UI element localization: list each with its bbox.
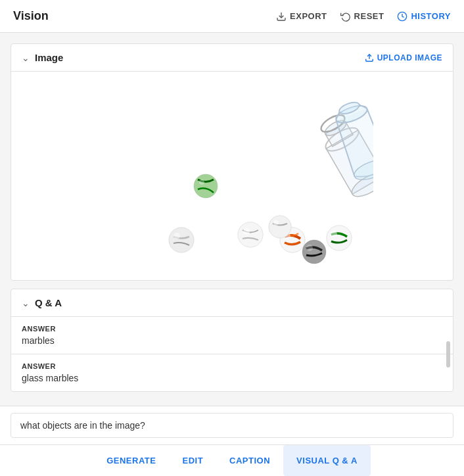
qa-answer-row: ANSWER marbles bbox=[11, 317, 453, 354]
svg-point-28 bbox=[302, 240, 326, 264]
qa-collapse-icon[interactable]: ⌄ bbox=[22, 298, 30, 308]
svg-point-29 bbox=[306, 245, 313, 251]
answer-label-2: ANSWER bbox=[22, 362, 442, 370]
tab-generate[interactable]: GENERATE bbox=[93, 445, 169, 476]
answer-label-1: ANSWER bbox=[22, 325, 442, 333]
svg-point-23 bbox=[243, 228, 250, 235]
history-icon bbox=[397, 11, 407, 22]
answer-text-2: glass marbles bbox=[22, 373, 442, 383]
marbles-image bbox=[91, 82, 373, 270]
svg-point-32 bbox=[331, 231, 337, 237]
image-panel-header-left: ⌄ Image bbox=[22, 52, 63, 63]
export-icon bbox=[276, 11, 287, 22]
export-button[interactable]: EXPORT bbox=[276, 11, 327, 22]
svg-point-17 bbox=[199, 179, 204, 185]
qa-panel-header: ⌄ Q & A bbox=[11, 289, 453, 317]
qa-panel-body: ANSWER marbles ANSWER glass marbles bbox=[11, 317, 453, 391]
top-bar: Vision EXPORT RESET HISTORY bbox=[0, 0, 464, 33]
image-panel: ⌄ Image UPLOAD IMAGE bbox=[11, 43, 453, 281]
svg-point-34 bbox=[269, 216, 291, 238]
qa-panel-title: Q & A bbox=[35, 297, 62, 308]
top-actions: EXPORT RESET HISTORY bbox=[276, 11, 451, 22]
svg-point-35 bbox=[273, 220, 279, 226]
reset-button[interactable]: RESET bbox=[340, 11, 384, 22]
bottom-tabs: GENERATE EDIT CAPTION VISUAL Q & A bbox=[0, 444, 464, 476]
tab-edit[interactable]: EDIT bbox=[169, 445, 216, 476]
image-collapse-icon[interactable]: ⌄ bbox=[22, 53, 30, 63]
tab-caption[interactable]: CAPTION bbox=[216, 445, 283, 476]
reset-label: RESET bbox=[354, 11, 384, 21]
bottom-input-area bbox=[0, 406, 464, 444]
app-title: Vision bbox=[13, 9, 49, 23]
svg-point-16 bbox=[194, 174, 218, 198]
history-button[interactable]: HISTORY bbox=[397, 11, 451, 22]
answer-text-1: marbles bbox=[22, 335, 442, 346]
image-panel-title: Image bbox=[35, 52, 63, 63]
qa-panel: ⌄ Q & A ANSWER marbles ANSWER glass marb… bbox=[11, 289, 453, 392]
reset-icon bbox=[340, 11, 351, 22]
upload-label: UPLOAD IMAGE bbox=[377, 53, 442, 62]
image-panel-header: ⌄ Image UPLOAD IMAGE bbox=[11, 44, 453, 72]
qa-panel-header-left: ⌄ Q & A bbox=[22, 297, 62, 308]
question-input[interactable] bbox=[11, 413, 453, 438]
svg-point-20 bbox=[174, 233, 180, 239]
upload-icon bbox=[365, 53, 374, 62]
svg-point-31 bbox=[327, 226, 352, 250]
main-content: ⌄ Image UPLOAD IMAGE bbox=[0, 33, 464, 464]
svg-point-19 bbox=[169, 227, 194, 252]
qa-answer-row-2: ANSWER glass marbles bbox=[11, 354, 453, 391]
image-area bbox=[11, 72, 453, 280]
upload-image-button[interactable]: UPLOAD IMAGE bbox=[365, 53, 442, 62]
export-label: EXPORT bbox=[290, 11, 327, 21]
scroll-indicator bbox=[446, 341, 450, 368]
svg-point-22 bbox=[238, 222, 263, 247]
history-label: HISTORY bbox=[411, 11, 451, 21]
tab-visual-qa[interactable]: VISUAL Q & A bbox=[283, 445, 371, 476]
